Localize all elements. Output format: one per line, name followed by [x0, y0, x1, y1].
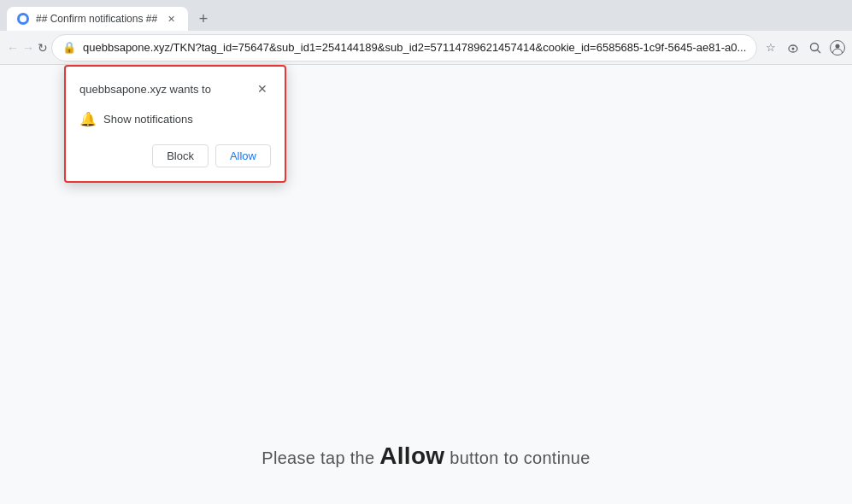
svg-point-0: [20, 15, 26, 22]
bottom-text-prefix: Please tap the: [261, 448, 379, 467]
zoom-button[interactable]: [805, 38, 826, 58]
bottom-instruction: Please tap the Allow button to continue: [261, 442, 590, 470]
popup-message-row: 🔔 Show notifications: [79, 108, 271, 131]
tab-title: ## Confirm notifications ##: [36, 13, 157, 25]
url-text: quebbsapone.xyz/TKN?tag_id=75647&sub_id1…: [83, 41, 746, 54]
popup-domain: quebbsapone.xyz wants to: [79, 83, 211, 96]
tab-close-button[interactable]: ✕: [164, 12, 178, 26]
bookmark-button[interactable]: ☆: [761, 38, 781, 58]
bottom-text-highlight: Allow: [379, 442, 444, 469]
reload-button[interactable]: ↻: [38, 36, 48, 60]
address-bar[interactable]: 🔒 quebbsapone.xyz/TKN?tag_id=75647&sub_i…: [51, 34, 757, 62]
page-content: quebbsapone.xyz wants to ✕ 🔔 Show notifi…: [0, 65, 852, 504]
browser-actions: ☆ ⋮: [761, 38, 852, 58]
svg-point-3: [811, 43, 819, 50]
lock-icon: 🔒: [62, 41, 76, 54]
new-tab-button[interactable]: +: [191, 7, 215, 31]
forward-button[interactable]: →: [22, 36, 34, 60]
svg-line-4: [818, 50, 821, 53]
popup-actions: Block Allow: [79, 144, 271, 167]
bell-icon: 🔔: [79, 111, 97, 127]
bottom-text-suffix: button to continue: [444, 448, 590, 467]
address-bar-row: ← → ↻ 🔒 quebbsapone.xyz/TKN?tag_id=75647…: [0, 31, 852, 65]
tab-favicon: [17, 13, 29, 25]
svg-point-2: [792, 47, 795, 50]
active-tab[interactable]: ## Confirm notifications ## ✕: [7, 7, 188, 31]
svg-point-6: [836, 44, 840, 48]
tab-bar: ## Confirm notifications ## ✕ +: [0, 0, 852, 31]
back-button[interactable]: ←: [7, 36, 19, 60]
popup-header: quebbsapone.xyz wants to ✕: [79, 80, 271, 97]
account-button[interactable]: [827, 38, 848, 58]
browser-window: ## Confirm notifications ## ✕ + ← → ↻ 🔒 …: [0, 0, 852, 504]
popup-message-text: Show notifications: [103, 113, 193, 126]
popup-close-button[interactable]: ✕: [254, 80, 271, 97]
password-manager-button[interactable]: [783, 38, 803, 58]
notification-popup: quebbsapone.xyz wants to ✕ 🔔 Show notifi…: [64, 65, 286, 183]
allow-button[interactable]: Allow: [215, 144, 271, 167]
block-button[interactable]: Block: [152, 144, 209, 167]
